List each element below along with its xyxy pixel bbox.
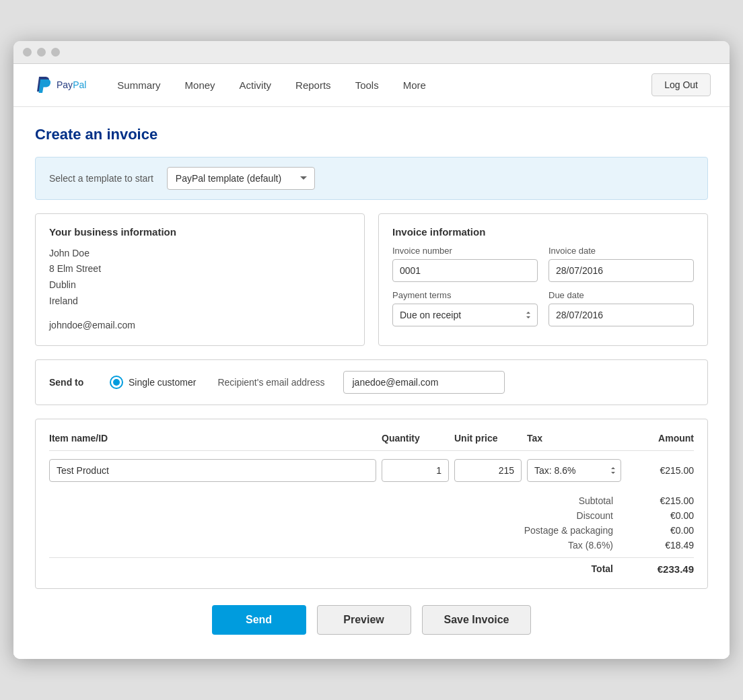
discount-row: Discount €0.00 xyxy=(49,510,694,521)
tax-select-wrap: Tax: 8.6% xyxy=(527,459,621,482)
subtotal-row: Subtotal €215.00 xyxy=(49,495,694,506)
total-final-row: Total €233.49 xyxy=(49,557,694,575)
due-date-label: Due date xyxy=(549,290,694,300)
nav-more[interactable]: More xyxy=(394,74,435,96)
nav-activity[interactable]: Activity xyxy=(230,74,281,96)
main-content: PayPal Summary Money Activity Reports To… xyxy=(13,64,730,660)
col-price-header: Unit price xyxy=(454,433,522,444)
minimize-dot xyxy=(37,48,46,57)
logo: PayPal xyxy=(32,74,86,96)
logo-pay-text: Pay xyxy=(57,79,73,90)
send-to-section: Send to Single customer Recipient's emai… xyxy=(35,359,708,405)
invoice-info-box: Invoice information Invoice number Invoi… xyxy=(378,213,708,347)
table-row: Tax: 8.6% €215.00 xyxy=(49,459,694,482)
payment-terms-label: Payment terms xyxy=(392,290,538,300)
titlebar xyxy=(13,41,730,64)
item-price-input[interactable] xyxy=(454,459,522,482)
business-city: Dublin xyxy=(49,279,76,290)
postage-value: €0.00 xyxy=(640,525,694,536)
tax-select[interactable]: Tax: 8.6% xyxy=(527,459,621,482)
payment-terms-select[interactable]: Due on receipt xyxy=(392,304,538,326)
item-qty-input[interactable] xyxy=(382,459,449,482)
nav-summary[interactable]: Summary xyxy=(108,74,170,96)
actions: Send Preview Save Invoice xyxy=(35,605,708,635)
business-name: John Doe xyxy=(49,248,90,258)
col-qty-header: Quantity xyxy=(382,433,449,444)
send-to-label: Send to xyxy=(49,377,96,388)
navbar: PayPal Summary Money Activity Reports To… xyxy=(13,64,730,107)
single-customer-label: Single customer xyxy=(129,377,196,388)
main-area: Create an invoice Select a template to s… xyxy=(13,107,730,660)
app-window: PayPal Summary Money Activity Reports To… xyxy=(13,41,730,660)
items-header: Item name/ID Quantity Unit price Tax Amo… xyxy=(49,433,694,451)
item-amount: €215.00 xyxy=(627,465,694,476)
radio-inner xyxy=(113,379,120,386)
nav-money[interactable]: Money xyxy=(176,74,225,96)
due-date-input[interactable] xyxy=(549,304,694,326)
business-country: Ireland xyxy=(49,295,78,306)
business-info-title: Your business information xyxy=(49,226,351,238)
recipient-email-label: Recipient's email address xyxy=(217,377,324,388)
nav-tools[interactable]: Tools xyxy=(346,74,388,96)
info-section: Your business information John Doe 8 Elm… xyxy=(35,213,708,347)
postage-label: Postage & packaging xyxy=(479,525,613,536)
tax-total-label: Tax (8.6%) xyxy=(479,540,613,551)
payment-terms-group: Payment terms Due on receipt xyxy=(392,290,538,326)
close-dot xyxy=(23,48,32,57)
preview-button[interactable]: Preview xyxy=(317,605,411,635)
discount-label: Discount xyxy=(479,510,613,521)
col-amount-header: Amount xyxy=(627,433,694,444)
invoice-info-title: Invoice information xyxy=(392,226,694,238)
postage-row: Postage & packaging €0.00 xyxy=(49,525,694,536)
col-tax-header: Tax xyxy=(527,433,621,444)
business-address1: 8 Elm Street xyxy=(49,263,101,274)
items-section: Item name/ID Quantity Unit price Tax Amo… xyxy=(35,419,708,589)
page-title: Create an invoice xyxy=(35,126,708,143)
save-invoice-button[interactable]: Save Invoice xyxy=(422,605,532,635)
subtotal-label: Subtotal xyxy=(479,495,613,506)
invoice-date-input[interactable] xyxy=(549,259,694,282)
tax-row: Tax (8.6%) €18.49 xyxy=(49,540,694,551)
logout-button[interactable]: Log Out xyxy=(651,73,711,96)
maximize-dot xyxy=(51,48,60,57)
paypal-logo-icon xyxy=(32,74,54,96)
total-label: Total xyxy=(479,563,613,575)
totals: Subtotal €215.00 Discount €0.00 Postage … xyxy=(49,490,694,575)
invoice-number-input[interactable] xyxy=(392,259,538,282)
business-info-box: Your business information John Doe 8 Elm… xyxy=(35,213,365,347)
customer-type-radio[interactable]: Single customer xyxy=(110,376,196,389)
invoice-form: Invoice number Invoice date Payment term… xyxy=(392,246,694,326)
invoice-number-group: Invoice number xyxy=(392,246,538,282)
tax-total-value: €18.49 xyxy=(640,540,694,551)
invoice-date-label: Invoice date xyxy=(549,246,694,256)
total-value: €233.49 xyxy=(640,563,694,575)
single-customer-radio[interactable] xyxy=(110,376,123,389)
template-label: Select a template to start xyxy=(49,173,153,184)
col-item-header: Item name/ID xyxy=(49,433,376,444)
recipient-email-input[interactable] xyxy=(343,371,505,394)
subtotal-value: €215.00 xyxy=(640,495,694,506)
nav-items: Summary Money Activity Reports Tools Mor… xyxy=(108,74,651,96)
invoice-number-label: Invoice number xyxy=(392,246,538,256)
due-date-group: Due date xyxy=(549,290,694,326)
template-bar: Select a template to start PayPal templa… xyxy=(35,157,708,200)
nav-reports[interactable]: Reports xyxy=(286,74,341,96)
invoice-date-group: Invoice date xyxy=(549,246,694,282)
logo-pal-text: Pal xyxy=(73,79,86,90)
item-name-input[interactable] xyxy=(49,459,376,482)
template-select[interactable]: PayPal template (default) xyxy=(167,167,315,190)
discount-value: €0.00 xyxy=(640,510,694,521)
business-email: johndoe@email.com xyxy=(49,320,135,330)
send-button[interactable]: Send xyxy=(212,605,306,635)
